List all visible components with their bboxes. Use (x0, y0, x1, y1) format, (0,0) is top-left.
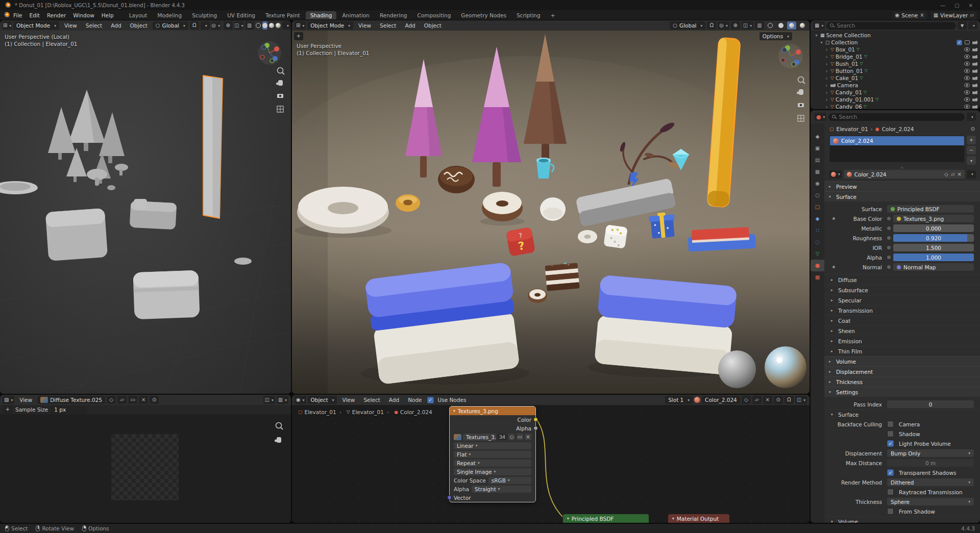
panel-subsurface[interactable]: Subsurface (824, 285, 980, 295)
scene-selector[interactable]: Scene (892, 11, 927, 19)
overlays-toggle[interactable] (234, 21, 243, 30)
active-tool-button[interactable] (294, 32, 303, 40)
disable-render-icon[interactable] (972, 41, 977, 44)
overlays-toggle[interactable] (742, 21, 753, 30)
editor-type-button[interactable] (295, 21, 306, 30)
editor-type-button[interactable] (815, 113, 826, 121)
material-name-field[interactable]: Color_2.024 (844, 170, 965, 179)
outliner-item-bridge-01[interactable]: ▽ Bridge_01 ▽ (811, 53, 980, 60)
slot-dropdown[interactable]: Slot 1 (665, 396, 693, 404)
menu-view[interactable]: View (16, 397, 36, 403)
tab-animation[interactable]: Animation (337, 11, 374, 19)
material-preview-icon[interactable] (694, 397, 700, 403)
menu-add[interactable]: Add (385, 397, 403, 403)
browse-material-button[interactable] (829, 170, 842, 179)
outliner-item-box-01[interactable]: ▽ Box_01 ▽ (811, 46, 980, 53)
node-input-icon[interactable] (887, 226, 891, 230)
shading-wireframe-button[interactable] (256, 21, 261, 30)
sample-size-field[interactable]: 1 px (51, 405, 87, 414)
outliner-item-button-01[interactable]: ▽ Button_01 ▽ (811, 67, 980, 74)
shading-wireframe-button[interactable] (766, 21, 775, 30)
panel-surface[interactable]: Surface (824, 191, 980, 201)
clay-box-bottom[interactable] (133, 270, 200, 319)
panel-thickness[interactable]: Thickness (824, 376, 980, 387)
shading-rendered-button[interactable] (276, 21, 281, 30)
render-visibility-icon[interactable] (972, 62, 977, 66)
white-die[interactable] (603, 224, 627, 248)
properties-tab-viewlayer[interactable] (811, 166, 824, 177)
layer-cake[interactable] (545, 261, 579, 291)
tab-texture-paint[interactable]: Texture Paint (261, 11, 305, 19)
proportional-edit-button[interactable] (718, 21, 729, 30)
proportional-edit-button[interactable] (211, 21, 220, 30)
shader-node-canvas[interactable]: ▢Elevator_01 ▽Elevator_01 ●Color_2.024 T… (292, 405, 810, 523)
snap-toggle[interactable] (785, 396, 794, 404)
show-gizmo-toggle[interactable] (224, 21, 233, 30)
render-visibility-icon[interactable] (972, 98, 977, 101)
shader-type-dropdown[interactable]: Object (308, 396, 337, 404)
editor-type-button[interactable] (813, 21, 825, 30)
mode-dropdown[interactable]: Object Mode (307, 21, 353, 30)
use-nodes-checkbox[interactable] (427, 397, 434, 403)
navigation-gizmo[interactable] (258, 41, 281, 65)
chocolate-donut[interactable] (482, 192, 523, 221)
tab-sculpting[interactable]: Sculpting (187, 11, 222, 19)
snap-toggle[interactable] (190, 21, 199, 30)
snap-toggle[interactable] (707, 21, 716, 30)
metallic-slider[interactable]: 0.000 (893, 224, 974, 232)
fake-user-button[interactable] (508, 434, 515, 440)
node-image-selector[interactable]: Textures_3... 34 (450, 433, 535, 441)
menu-help[interactable]: Help (98, 12, 117, 18)
interpolation-dropdown[interactable]: Linear (454, 442, 531, 449)
menu-file[interactable]: File (10, 12, 26, 18)
menu-add[interactable]: Add (107, 22, 125, 29)
panel-displacement[interactable]: Displacement (824, 366, 980, 376)
viewlayer-selector[interactable]: ViewLayer (930, 11, 977, 19)
menu-node[interactable]: Node (404, 397, 425, 403)
panel-emission[interactable]: Emission (824, 336, 980, 346)
outliner-options-button[interactable] (968, 21, 977, 30)
shading-material-button[interactable] (269, 21, 274, 30)
image-texture-node[interactable]: Textures_3.png Color Alpha Textures_3...… (449, 406, 536, 502)
menu-view[interactable]: View (61, 22, 81, 29)
unlink-image-button[interactable] (525, 434, 531, 440)
properties-tab-render[interactable] (811, 142, 824, 154)
panel-sheen[interactable]: Sheen (824, 325, 980, 336)
orientation-dropdown[interactable]: Global (153, 21, 188, 30)
shading-settings-button[interactable] (282, 21, 291, 30)
shading-solid-button[interactable] (776, 21, 786, 30)
extension-dropdown[interactable]: Repeat (454, 460, 531, 467)
show-gizmo-toggle[interactable] (731, 21, 740, 30)
transparent-shadows-checkbox[interactable] (887, 469, 894, 476)
alpha-slider[interactable]: 1.000 (893, 253, 974, 261)
properties-tab-physics[interactable] (811, 236, 824, 248)
editor-type-button[interactable] (3, 396, 14, 404)
hdri-preview-sphere[interactable] (765, 346, 806, 388)
tab-uv-editing[interactable]: UV Editing (223, 11, 260, 19)
editor-type-button[interactable] (295, 396, 306, 404)
collection-checkbox[interactable] (957, 40, 962, 45)
unlink-image-button[interactable] (139, 396, 148, 404)
overlays-toggle[interactable] (795, 396, 807, 404)
properties-tab-texture[interactable] (811, 271, 824, 283)
tab-scripting[interactable]: Scripting (512, 11, 545, 19)
material-datablock[interactable]: Color_2.024 (702, 396, 740, 404)
properties-tab-world[interactable] (811, 189, 824, 201)
breadcrumb-material[interactable]: ●Color_2.024 (384, 409, 432, 415)
gray-preview-sphere[interactable] (718, 350, 756, 388)
outliner-search-input[interactable] (826, 22, 956, 30)
pin-icon[interactable] (971, 126, 975, 132)
image-settings-button[interactable] (277, 396, 288, 404)
navigation-gizmo[interactable] (778, 44, 803, 68)
white-donut[interactable] (297, 187, 389, 234)
render-visibility-icon[interactable] (972, 84, 977, 87)
tab-compositing[interactable]: Compositing (413, 11, 456, 19)
expand-icon[interactable] (824, 61, 829, 67)
properties-tab-scene[interactable] (811, 177, 824, 189)
tab-rendering[interactable]: Rendering (375, 11, 412, 19)
disable-viewport-icon[interactable] (965, 40, 970, 44)
normal-field[interactable]: Normal Map (893, 263, 974, 271)
expand-icon[interactable] (824, 68, 829, 74)
viewport-solid-body[interactable]: User Perspective (Local) (1) Collection … (0, 31, 291, 394)
fake-user-button[interactable] (107, 396, 116, 404)
